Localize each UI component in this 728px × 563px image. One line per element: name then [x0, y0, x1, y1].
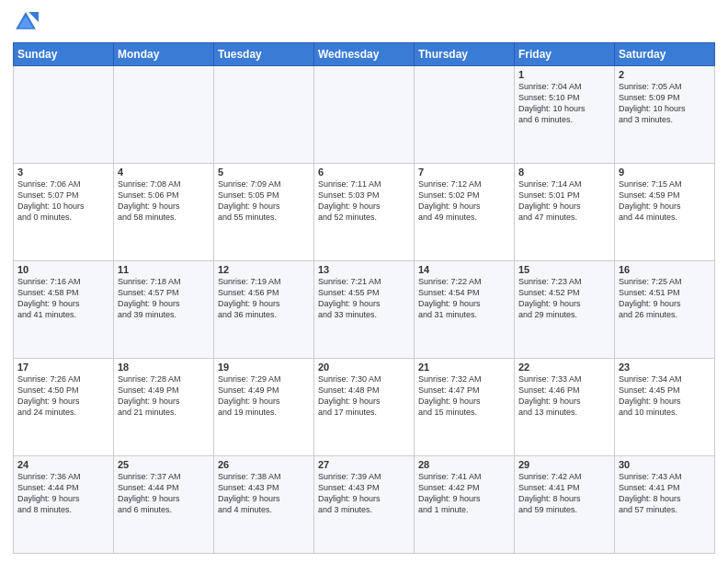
calendar-row-2: 10Sunrise: 7:16 AM Sunset: 4:58 PM Dayli…: [14, 261, 715, 359]
cell-info: Sunrise: 7:08 AM Sunset: 5:06 PM Dayligh…: [118, 178, 210, 224]
logo: [13, 9, 42, 35]
calendar-cell: 28Sunrise: 7:41 AM Sunset: 4:42 PM Dayli…: [415, 456, 515, 554]
calendar-cell: 30Sunrise: 7:43 AM Sunset: 4:41 PM Dayli…: [615, 456, 715, 554]
weekday-header-friday: Friday: [515, 43, 615, 66]
day-number: 2: [619, 69, 711, 80]
day-number: 8: [518, 167, 610, 178]
cell-info: Sunrise: 7:18 AM Sunset: 4:57 PM Dayligh…: [118, 276, 210, 321]
day-number: 12: [218, 264, 310, 275]
calendar-cell: 9Sunrise: 7:15 AM Sunset: 4:59 PM Daylig…: [615, 164, 715, 261]
cell-info: Sunrise: 7:14 AM Sunset: 5:01 PM Dayligh…: [518, 178, 610, 224]
calendar-row-4: 24Sunrise: 7:36 AM Sunset: 4:44 PM Dayli…: [14, 456, 715, 554]
day-number: 10: [17, 264, 109, 275]
weekday-header-tuesday: Tuesday: [214, 43, 314, 66]
calendar-row-3: 17Sunrise: 7:26 AM Sunset: 4:50 PM Dayli…: [14, 359, 715, 456]
cell-info: Sunrise: 7:28 AM Sunset: 4:49 PM Dayligh…: [118, 373, 210, 419]
day-number: 28: [418, 459, 510, 470]
cell-info: Sunrise: 7:22 AM Sunset: 4:54 PM Dayligh…: [418, 276, 510, 321]
calendar-cell: 8Sunrise: 7:14 AM Sunset: 5:01 PM Daylig…: [515, 164, 615, 261]
weekday-header-monday: Monday: [114, 43, 214, 66]
cell-info: Sunrise: 7:04 AM Sunset: 5:10 PM Dayligh…: [518, 81, 610, 126]
cell-info: Sunrise: 7:06 AM Sunset: 5:07 PM Dayligh…: [17, 178, 109, 224]
day-number: 29: [518, 459, 610, 470]
cell-info: Sunrise: 7:38 AM Sunset: 4:43 PM Dayligh…: [218, 471, 310, 516]
cell-info: Sunrise: 7:33 AM Sunset: 4:46 PM Dayligh…: [518, 373, 610, 419]
weekday-header-thursday: Thursday: [415, 43, 515, 66]
calendar-cell: [14, 66, 114, 164]
day-number: 11: [118, 264, 210, 275]
calendar-cell: [214, 66, 314, 164]
cell-info: Sunrise: 7:16 AM Sunset: 4:58 PM Dayligh…: [17, 276, 109, 321]
header: [13, 9, 715, 35]
day-number: 15: [518, 264, 610, 275]
cell-info: Sunrise: 7:09 AM Sunset: 5:05 PM Dayligh…: [218, 178, 310, 224]
calendar-table: SundayMondayTuesdayWednesdayThursdayFrid…: [13, 42, 715, 554]
weekday-header-sunday: Sunday: [14, 43, 114, 66]
calendar-cell: 12Sunrise: 7:19 AM Sunset: 4:56 PM Dayli…: [214, 261, 314, 359]
calendar-cell: 7Sunrise: 7:12 AM Sunset: 5:02 PM Daylig…: [415, 164, 515, 261]
cell-info: Sunrise: 7:26 AM Sunset: 4:50 PM Dayligh…: [17, 373, 109, 419]
cell-info: Sunrise: 7:23 AM Sunset: 4:52 PM Dayligh…: [518, 276, 610, 321]
day-number: 3: [17, 167, 109, 178]
calendar-cell: 26Sunrise: 7:38 AM Sunset: 4:43 PM Dayli…: [214, 456, 314, 554]
day-number: 24: [17, 459, 109, 470]
weekday-header-wednesday: Wednesday: [314, 43, 415, 66]
calendar-cell: 25Sunrise: 7:37 AM Sunset: 4:44 PM Dayli…: [114, 456, 214, 554]
calendar-cell: 15Sunrise: 7:23 AM Sunset: 4:52 PM Dayli…: [515, 261, 615, 359]
day-number: 1: [518, 69, 610, 80]
cell-info: Sunrise: 7:37 AM Sunset: 4:44 PM Dayligh…: [118, 471, 210, 516]
calendar-cell: 3Sunrise: 7:06 AM Sunset: 5:07 PM Daylig…: [14, 164, 114, 261]
day-number: 5: [218, 167, 310, 178]
calendar-cell: 27Sunrise: 7:39 AM Sunset: 4:43 PM Dayli…: [314, 456, 415, 554]
calendar-cell: 22Sunrise: 7:33 AM Sunset: 4:46 PM Dayli…: [515, 359, 615, 456]
cell-info: Sunrise: 7:34 AM Sunset: 4:45 PM Dayligh…: [619, 373, 711, 419]
calendar-row-1: 3Sunrise: 7:06 AM Sunset: 5:07 PM Daylig…: [14, 164, 715, 261]
cell-info: Sunrise: 7:41 AM Sunset: 4:42 PM Dayligh…: [418, 471, 510, 516]
cell-info: Sunrise: 7:42 AM Sunset: 4:41 PM Dayligh…: [518, 471, 610, 516]
cell-info: Sunrise: 7:21 AM Sunset: 4:55 PM Dayligh…: [318, 276, 410, 321]
calendar-cell: 5Sunrise: 7:09 AM Sunset: 5:05 PM Daylig…: [214, 164, 314, 261]
calendar-cell: 24Sunrise: 7:36 AM Sunset: 4:44 PM Dayli…: [14, 456, 114, 554]
calendar-cell: 29Sunrise: 7:42 AM Sunset: 4:41 PM Dayli…: [515, 456, 615, 554]
day-number: 17: [17, 362, 109, 373]
weekday-header-saturday: Saturday: [615, 43, 715, 66]
calendar-cell: 21Sunrise: 7:32 AM Sunset: 4:47 PM Dayli…: [415, 359, 515, 456]
calendar-cell: [415, 66, 515, 164]
day-number: 21: [418, 362, 510, 373]
day-number: 16: [619, 264, 711, 275]
day-number: 9: [619, 167, 711, 178]
page: SundayMondayTuesdayWednesdayThursdayFrid…: [0, 0, 728, 563]
calendar-cell: 20Sunrise: 7:30 AM Sunset: 4:48 PM Dayli…: [314, 359, 415, 456]
cell-info: Sunrise: 7:30 AM Sunset: 4:48 PM Dayligh…: [318, 373, 410, 419]
cell-info: Sunrise: 7:29 AM Sunset: 4:49 PM Dayligh…: [218, 373, 310, 419]
cell-info: Sunrise: 7:05 AM Sunset: 5:09 PM Dayligh…: [619, 81, 711, 126]
calendar-cell: 2Sunrise: 7:05 AM Sunset: 5:09 PM Daylig…: [615, 66, 715, 164]
day-number: 20: [318, 362, 410, 373]
calendar-row-0: 1Sunrise: 7:04 AM Sunset: 5:10 PM Daylig…: [14, 66, 715, 164]
calendar-cell: 16Sunrise: 7:25 AM Sunset: 4:51 PM Dayli…: [615, 261, 715, 359]
day-number: 18: [118, 362, 210, 373]
calendar-cell: 4Sunrise: 7:08 AM Sunset: 5:06 PM Daylig…: [114, 164, 214, 261]
cell-info: Sunrise: 7:32 AM Sunset: 4:47 PM Dayligh…: [418, 373, 510, 419]
day-number: 22: [518, 362, 610, 373]
day-number: 23: [619, 362, 711, 373]
logo-icon: [13, 9, 39, 35]
cell-info: Sunrise: 7:15 AM Sunset: 4:59 PM Dayligh…: [619, 178, 711, 224]
day-number: 19: [218, 362, 310, 373]
day-number: 25: [118, 459, 210, 470]
day-number: 13: [318, 264, 410, 275]
day-number: 27: [318, 459, 410, 470]
calendar-cell: 10Sunrise: 7:16 AM Sunset: 4:58 PM Dayli…: [14, 261, 114, 359]
day-number: 7: [418, 167, 510, 178]
calendar-cell: 1Sunrise: 7:04 AM Sunset: 5:10 PM Daylig…: [515, 66, 615, 164]
cell-info: Sunrise: 7:19 AM Sunset: 4:56 PM Dayligh…: [218, 276, 310, 321]
day-number: 14: [418, 264, 510, 275]
cell-info: Sunrise: 7:39 AM Sunset: 4:43 PM Dayligh…: [318, 471, 410, 516]
calendar-cell: [314, 66, 415, 164]
calendar-cell: [114, 66, 214, 164]
weekday-header-row: SundayMondayTuesdayWednesdayThursdayFrid…: [14, 43, 715, 66]
calendar-cell: 17Sunrise: 7:26 AM Sunset: 4:50 PM Dayli…: [14, 359, 114, 456]
calendar-cell: 23Sunrise: 7:34 AM Sunset: 4:45 PM Dayli…: [615, 359, 715, 456]
cell-info: Sunrise: 7:36 AM Sunset: 4:44 PM Dayligh…: [17, 471, 109, 516]
calendar-cell: 6Sunrise: 7:11 AM Sunset: 5:03 PM Daylig…: [314, 164, 415, 261]
